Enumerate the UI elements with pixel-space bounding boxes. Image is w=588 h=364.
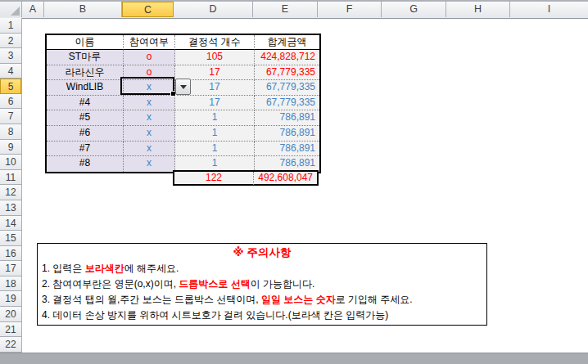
- notice-highlight: 일일 보스는 숫자: [261, 294, 336, 305]
- cell-amount[interactable]: 786,891: [255, 126, 319, 142]
- notice-line-3: 3. 결정석 탭의 월,주간 보스는 드롭박스 선택이며, 일일 보스는 숫자로…: [38, 292, 486, 308]
- cell-name[interactable]: 라라신우: [47, 65, 124, 81]
- member-table: 이름 참여여부 결정석 개수 합계금액 ST마루 o 105 424,828,7…: [45, 34, 321, 173]
- cell-name[interactable]: #5: [47, 110, 124, 126]
- window-bottom-edge: [0, 353, 588, 364]
- cell-name[interactable]: #6: [47, 126, 124, 142]
- row-header-21[interactable]: 21: [0, 322, 21, 338]
- cell-count[interactable]: 1: [175, 142, 255, 157]
- cell-join[interactable]: x: [124, 96, 175, 111]
- column-header-e[interactable]: E: [253, 2, 318, 17]
- cell-name[interactable]: ST마루: [47, 50, 124, 65]
- notice-text: 로 기입해 주세요.: [336, 294, 413, 305]
- cell-count[interactable]: 1: [175, 110, 255, 126]
- row-header-11[interactable]: 11: [0, 170, 21, 186]
- column-header-a[interactable]: A: [22, 2, 44, 17]
- row-header-4[interactable]: 4: [0, 64, 21, 79]
- notice-line-2: 2. 참여여부란은 영문(o,x)이며, 드롭박스로 선택이 가능합니다.: [38, 276, 486, 292]
- header-name[interactable]: 이름: [47, 35, 124, 51]
- cell-amount[interactable]: 424,828,712: [255, 50, 319, 65]
- column-header-f[interactable]: F: [318, 2, 382, 17]
- cell-join[interactable]: x: [124, 110, 175, 126]
- select-all-corner[interactable]: [0, 2, 22, 17]
- active-cell-selection-border: [120, 77, 174, 95]
- row-header-7[interactable]: 7: [0, 109, 21, 124]
- row-header-17[interactable]: 17: [0, 261, 21, 276]
- cell-join[interactable]: x: [124, 126, 175, 142]
- row-header-column: 1 2 3 4 5 6 7 8 9 10 11 12 13 14 15 16 1…: [0, 18, 22, 353]
- cell-name[interactable]: #8: [47, 156, 124, 172]
- row-header-19[interactable]: 19: [0, 291, 21, 307]
- header-join[interactable]: 참여여부: [124, 35, 175, 51]
- notice-text: 4. 데이터 손상 방지를 위하여 시트보호가 걸려 있습니다.(보라색 칸은 …: [42, 309, 388, 321]
- notice-line-4: 4. 데이터 손상 방지를 위하여 시트보호가 걸려 있습니다.(보라색 칸은 …: [38, 308, 486, 323]
- chevron-down-icon: [180, 85, 187, 89]
- row-header-3[interactable]: 3: [0, 48, 21, 64]
- notice-box: ※ 주의사항 1. 입력은 보라색칸에 해주세요. 2. 참여여부란은 영문(o…: [37, 243, 487, 326]
- total-count-cell[interactable]: 122: [174, 172, 254, 185]
- row-header-15[interactable]: 15: [0, 231, 21, 246]
- row-header-1[interactable]: 1: [0, 18, 21, 34]
- notice-highlight: 보라색칸: [85, 263, 124, 274]
- row-header-2[interactable]: 2: [0, 34, 21, 49]
- header-count[interactable]: 결정석 개수: [175, 35, 255, 51]
- row-header-6[interactable]: 6: [0, 94, 21, 110]
- column-header-c-selected[interactable]: C: [122, 2, 174, 17]
- cell-count[interactable]: 105: [175, 50, 255, 65]
- notice-text: 에 해주세요.: [124, 263, 179, 274]
- cell-amount[interactable]: 67,779,335: [255, 80, 319, 96]
- cell-join[interactable]: o: [124, 50, 175, 65]
- row-header-20[interactable]: 20: [0, 307, 21, 322]
- row-header-18[interactable]: 18: [0, 276, 21, 292]
- notice-text: 2. 참여여부란은 영문(o,x)이며,: [42, 278, 179, 290]
- total-amount-cell[interactable]: 492,608,047: [254, 172, 317, 185]
- cell-count[interactable]: 17: [175, 96, 255, 111]
- column-header-b[interactable]: B: [44, 2, 122, 17]
- column-header-d[interactable]: D: [174, 2, 253, 17]
- row-header-9[interactable]: 9: [0, 140, 21, 155]
- column-header-i[interactable]: I: [510, 2, 588, 17]
- select-all-triangle-icon: [11, 7, 20, 16]
- notice-text: 3. 결정석 탭의 월,주간 보스는 드롭박스 선택이며,: [42, 294, 261, 305]
- cell-amount[interactable]: 67,779,335: [255, 96, 319, 111]
- spreadsheet-window: A B C D E F G H I 1 2 3 4 5 6 7 8 9 10 1…: [0, 0, 588, 364]
- cell-name[interactable]: WindLIB: [47, 80, 124, 96]
- row-header-5-selected[interactable]: 5: [0, 79, 21, 94]
- cell-amount[interactable]: 786,891: [255, 110, 319, 126]
- row-header-16[interactable]: 16: [0, 246, 21, 262]
- cell-count[interactable]: 1: [175, 126, 255, 142]
- cell-join[interactable]: x: [124, 156, 175, 172]
- row-header-12[interactable]: 12: [0, 185, 21, 200]
- cell-name[interactable]: #4: [47, 96, 124, 111]
- row-header-8[interactable]: 8: [0, 124, 21, 140]
- header-amount[interactable]: 합계금액: [255, 35, 319, 51]
- dropdown-button[interactable]: [175, 79, 191, 95]
- row-header-14[interactable]: 14: [0, 216, 21, 231]
- column-header-g[interactable]: G: [382, 2, 446, 17]
- column-header-h[interactable]: H: [446, 2, 510, 17]
- cell-name[interactable]: #7: [47, 142, 124, 157]
- row-header-22[interactable]: 22: [0, 337, 21, 353]
- notice-text: 1. 입력은: [42, 263, 85, 274]
- row-header-13[interactable]: 13: [0, 200, 21, 216]
- cell-amount[interactable]: 67,779,335: [255, 65, 319, 81]
- cell-join[interactable]: x: [124, 142, 175, 157]
- notice-text: 이 가능합니다.: [251, 278, 315, 290]
- column-header-row: A B C D E F G H I: [0, 2, 588, 19]
- cell-amount[interactable]: 786,891: [255, 142, 319, 157]
- notice-highlight: 드롭박스로 선택: [179, 278, 250, 290]
- row-header-10[interactable]: 10: [0, 155, 21, 170]
- notice-title: ※ 주의사항: [38, 244, 486, 261]
- totals-row: 122 492,608,047: [173, 170, 319, 186]
- notice-line-1: 1. 입력은 보라색칸에 해주세요.: [38, 261, 486, 276]
